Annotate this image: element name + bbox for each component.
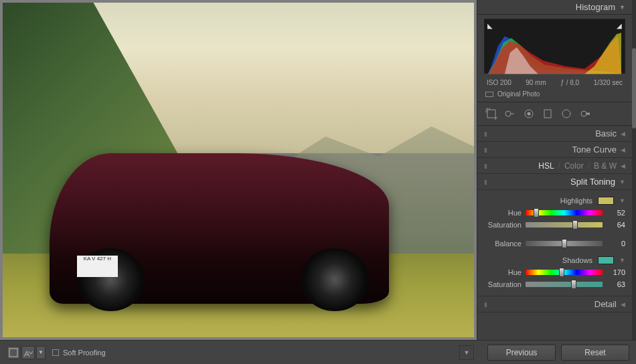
exif-shutter: 1/320 sec bbox=[594, 79, 623, 86]
loupe-view-button[interactable] bbox=[7, 346, 20, 359]
view-dropdown[interactable]: ▼ bbox=[36, 346, 46, 359]
develop-panel: Histogram ▼ ◣ ◢ ISO 200 90 mm ƒ / 8,0 1/… bbox=[477, 0, 632, 340]
compare-view-button[interactable] bbox=[21, 346, 35, 359]
tone-curve-section[interactable]: ▮ Tone Curve ◀ bbox=[477, 142, 632, 158]
soft-proofing-toggle[interactable]: Soft Proofing bbox=[52, 349, 106, 357]
chevron-down-icon: ▼ bbox=[619, 4, 625, 11]
chevron-left-icon: ◀ bbox=[621, 130, 625, 137]
svg-point-5 bbox=[505, 111, 511, 116]
tool-strip bbox=[477, 102, 632, 126]
shadows-sat-slider[interactable] bbox=[526, 282, 603, 287]
previous-button[interactable]: Previous bbox=[487, 345, 556, 361]
split-toning-body: Highlights ▼ Hue 52 Saturation 64 Balanc… bbox=[477, 190, 632, 296]
hsl-mode[interactable]: HSL bbox=[538, 161, 554, 171]
svg-rect-8 bbox=[544, 110, 551, 118]
balance-value[interactable]: 0 bbox=[607, 240, 625, 248]
license-plate: KA V 427 H bbox=[77, 256, 118, 277]
highlights-hue-value[interactable]: 52 bbox=[607, 209, 625, 217]
histogram-title: Histogram bbox=[576, 2, 615, 12]
highlights-label: Highlights bbox=[560, 197, 592, 205]
toggle-mark-icon: ▮ bbox=[484, 130, 489, 137]
original-photo-toggle[interactable]: Original Photo bbox=[477, 88, 632, 102]
color-mode[interactable]: Color bbox=[564, 161, 584, 171]
detail-section[interactable]: ▮ Detail ◀ bbox=[477, 296, 632, 312]
chevron-left-icon: ◀ bbox=[621, 163, 625, 169]
rectangle-icon bbox=[485, 92, 493, 97]
brush-tool-icon[interactable] bbox=[578, 106, 592, 121]
split-toning-section[interactable]: ▮ Split Toning ▼ bbox=[477, 174, 632, 190]
highlights-swatch[interactable] bbox=[598, 197, 614, 205]
photo: KA V 427 H bbox=[3, 3, 474, 337]
svg-point-9 bbox=[562, 110, 570, 118]
svg-point-7 bbox=[528, 112, 531, 116]
soft-proofing-label: Soft Proofing bbox=[63, 349, 106, 357]
car: KA V 427 H bbox=[50, 153, 389, 304]
radial-tool-icon[interactable] bbox=[559, 106, 574, 121]
balance-slider[interactable] bbox=[526, 241, 603, 246]
histogram[interactable]: ◣ ◢ bbox=[484, 19, 625, 74]
chevron-down-icon: ▼ bbox=[619, 179, 625, 185]
bw-mode[interactable]: B & W bbox=[594, 161, 617, 171]
highlights-header[interactable]: Highlights ▼ bbox=[484, 197, 625, 205]
chevron-left-icon: ◀ bbox=[621, 147, 625, 153]
exif-focal: 90 mm bbox=[526, 79, 546, 86]
chevron-down-icon: ▼ bbox=[619, 197, 625, 204]
shadows-hue-value[interactable]: 170 bbox=[607, 268, 625, 276]
svg-rect-11 bbox=[9, 349, 17, 357]
reset-button[interactable]: Reset bbox=[561, 345, 629, 361]
highlights-hue-slider[interactable] bbox=[526, 210, 603, 215]
toggle-mark-icon: ▮ bbox=[484, 147, 489, 153]
exif-aperture: ƒ / 8,0 bbox=[560, 79, 579, 86]
exif-iso: ISO 200 bbox=[487, 79, 511, 86]
shadows-header[interactable]: Shadows ▼ bbox=[484, 256, 625, 264]
image-viewer[interactable]: KA V 427 H bbox=[0, 0, 477, 340]
panel-scrollbar[interactable] bbox=[632, 0, 636, 340]
checkbox-icon bbox=[52, 349, 59, 356]
hue-label: Hue bbox=[484, 268, 522, 276]
basic-label: Basic bbox=[489, 128, 621, 139]
shadows-sat-value[interactable]: 63 bbox=[607, 280, 625, 288]
hue-label: Hue bbox=[484, 209, 522, 217]
balance-label: Balance bbox=[484, 240, 522, 248]
svg-point-10 bbox=[581, 111, 586, 116]
split-label: Split Toning bbox=[489, 177, 619, 187]
bottom-toolbar: ▼ Soft Proofing ▼ Previous Reset bbox=[0, 340, 636, 364]
detail-label: Detail bbox=[489, 299, 621, 309]
shadows-swatch[interactable] bbox=[598, 256, 614, 264]
shadows-hue-slider[interactable] bbox=[526, 270, 603, 275]
basic-section[interactable]: ▮ Basic ◀ bbox=[477, 126, 632, 142]
toolbar-menu-button[interactable]: ▼ bbox=[459, 345, 474, 360]
spot-tool-icon[interactable] bbox=[503, 106, 518, 121]
hsl-section[interactable]: ▮ HSL / Color / B & W ◀ bbox=[477, 158, 632, 174]
gradient-tool-icon[interactable] bbox=[540, 106, 555, 121]
chevron-down-icon: ▼ bbox=[619, 257, 625, 264]
sat-label: Saturation bbox=[484, 280, 522, 288]
highlights-sat-slider[interactable] bbox=[526, 222, 603, 227]
shadows-label: Shadows bbox=[562, 256, 592, 264]
crop-tool-icon[interactable] bbox=[484, 106, 499, 121]
tone-label: Tone Curve bbox=[489, 145, 621, 155]
original-label: Original Photo bbox=[497, 90, 540, 98]
sat-label: Saturation bbox=[484, 221, 522, 229]
chevron-left-icon: ◀ bbox=[621, 301, 625, 308]
exif-readout: ISO 200 90 mm ƒ / 8,0 1/320 sec bbox=[477, 78, 632, 88]
highlights-sat-value[interactable]: 64 bbox=[607, 221, 625, 229]
photo-frame: KA V 427 H bbox=[3, 3, 474, 337]
redeye-tool-icon[interactable] bbox=[522, 106, 536, 121]
histogram-header[interactable]: Histogram ▼ bbox=[477, 0, 632, 15]
